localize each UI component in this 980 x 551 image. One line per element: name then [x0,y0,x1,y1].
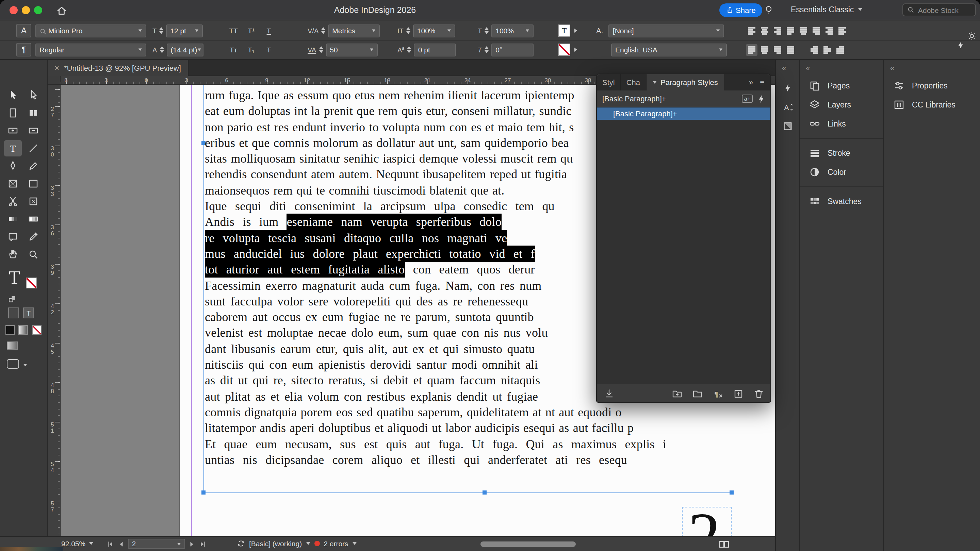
preflight-sync-icon[interactable] [237,540,245,548]
panel-menu-icon[interactable]: ≡ [760,78,764,86]
zoom-level-dropdown[interactable]: 92.05% [61,540,93,548]
subscript-button[interactable]: T₁ [242,43,260,56]
selected-text[interactable]: tot aturior aut estem fugitatia alisto [205,263,404,276]
adobe-stock-search[interactable]: Adobe Stock [902,3,976,16]
gradient-swatch-tool[interactable] [4,211,22,227]
selection-tool[interactable] [4,87,22,103]
hand-tool[interactable] [4,246,22,263]
align-away-spine-button[interactable] [837,25,848,37]
window-zoom-button[interactable] [34,6,42,14]
justify-right-button[interactable] [811,25,822,37]
vertical-scale-field[interactable]: 100% [413,24,455,37]
text-fill-indicator[interactable]: T [558,24,570,37]
justify-last-center-button[interactable] [759,44,770,56]
selected-text[interactable]: eseniame nam verupta sperferibus dolo [287,215,501,229]
indent-left-button[interactable] [808,44,820,56]
gap-tool[interactable] [24,105,42,121]
tab-character-styles[interactable]: Cha [621,74,646,91]
small-caps-button[interactable]: Tт [224,43,242,56]
font-style-combo[interactable]: Regular [35,43,146,56]
formatting-text-button[interactable]: T [23,308,34,318]
text-line[interactable]: comnis dignatquia porem eos sed quatibu … [205,405,666,421]
preflight-profile[interactable]: [Basic] (working) [249,540,302,548]
create-new-style-icon[interactable] [733,388,743,398]
panel-button-pages[interactable]: Pages [800,76,883,95]
skew-field[interactable]: 0° [492,43,533,56]
chevron-down-icon[interactable] [306,542,310,545]
selected-text[interactable]: re volupta tescia susani ditaquo culla n… [205,231,507,245]
screen-mode-button[interactable] [7,359,19,369]
previous-page-button[interactable] [117,540,125,548]
zoom-tool[interactable] [24,246,42,263]
home-icon[interactable] [56,5,67,16]
horizontal-scale-field[interactable]: 100% [492,24,533,37]
pen-tool[interactable] [4,158,22,174]
style-row-basic-paragraph[interactable]: [Basic Paragraph]+ [597,108,770,120]
kerning-field[interactable]: Metrics [328,24,380,37]
new-style-group-icon[interactable] [672,388,682,398]
dock-collapse-icon[interactable]: « [806,64,810,72]
all-caps-button[interactable]: TT [224,24,242,37]
rectangle-frame-tool[interactable] [4,176,22,192]
panel-button-links[interactable]: Links [800,114,883,133]
tab-close-icon[interactable]: × [54,63,59,73]
discover-lightbulb-icon[interactable] [764,5,775,16]
text-frame-left-edge[interactable] [204,85,204,492]
horizontal-scrollbar-thumb[interactable] [480,541,576,547]
leading-stepper[interactable] [159,46,164,53]
pencil-tool[interactable] [24,158,42,174]
kerning-stepper[interactable] [321,27,325,34]
underline-button[interactable]: T [260,24,278,37]
font-size-stepper[interactable] [159,27,163,34]
preflight-errors[interactable]: 2 errors [324,540,348,548]
page-tool[interactable] [4,105,22,121]
eyedropper-tool[interactable] [24,229,42,245]
chevron-down-icon[interactable] [353,542,356,545]
character-style-combo[interactable]: [None] [609,24,724,37]
strikethrough-button[interactable]: T [260,43,278,56]
panel-button-color[interactable]: Color [800,163,883,182]
frame-handle-bottom-left[interactable] [202,491,205,495]
justify-center-button[interactable] [798,25,809,37]
panel-button-stroke[interactable]: Stroke [800,143,883,163]
window-close-button[interactable] [10,6,18,14]
character-formatting-button[interactable]: A [16,24,31,37]
page-number-frame[interactable]: 2 [682,507,732,536]
load-styles-icon[interactable] [604,388,614,398]
justify-left-button[interactable] [785,25,796,37]
panel-expand-icon[interactable]: » [749,78,753,86]
stroke-none-swatch[interactable] [26,278,37,288]
window-minimize-button[interactable] [22,6,30,14]
tracking-field[interactable]: 50 [326,43,377,56]
free-transform-tool[interactable] [24,193,42,210]
text-line[interactable]: Et quae eum necusam, sus est quis aut fu… [205,437,666,453]
gradient-feather-tool[interactable] [24,211,42,227]
text-stroke-none-indicator[interactable] [558,43,570,56]
last-page-button[interactable] [199,540,207,548]
spread-view-button[interactable] [719,539,730,549]
style-override-lightning-icon[interactable] [757,95,765,103]
note-tool[interactable] [4,229,22,245]
justify-all-button[interactable] [785,44,796,56]
preflight-lightning-icon[interactable] [779,80,795,95]
delete-style-icon[interactable] [753,388,764,398]
formatting-container-button[interactable] [8,308,19,318]
next-page-button[interactable] [188,540,196,548]
share-button[interactable]: Share [719,3,762,17]
adaptive-layout-lightning-icon[interactable] [956,41,965,50]
display-perf-icon[interactable] [779,118,795,133]
justify-last-right-button[interactable] [772,44,783,56]
apply-color-button[interactable] [5,325,15,335]
panel-settings-gear-icon[interactable] [967,31,977,41]
frame-handle-bottom-center[interactable] [482,491,487,495]
text-line[interactable]: litatempor andis aperi doluptibus et ali… [205,421,666,437]
first-page-button[interactable] [106,540,115,548]
line-tool[interactable] [24,140,42,156]
selected-text[interactable]: mus anducidel ius dolore plaut experchic… [205,247,535,260]
baseline-shift-stepper[interactable] [407,46,411,53]
superscript-button[interactable]: T¹ [242,24,260,37]
content-placer-tool[interactable] [24,122,42,139]
page-number-field[interactable]: 2 [128,539,185,549]
gradient-preview-swatch[interactable] [7,341,18,349]
panel-button-layers[interactable]: Layers [800,95,883,114]
